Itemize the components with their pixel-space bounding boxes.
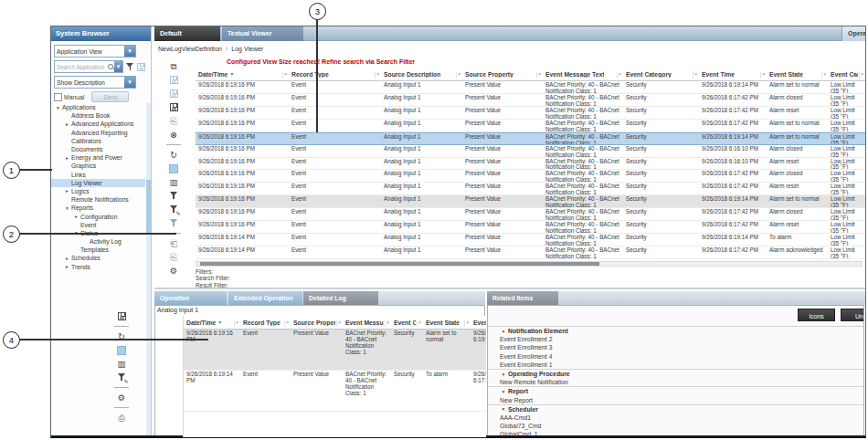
chevron-right-icon[interactable]: ▸ bbox=[63, 155, 71, 161]
chevron-down-icon[interactable]: ▾ bbox=[499, 406, 508, 412]
column-filter-icon[interactable]: ▾ bbox=[418, 320, 421, 325]
related-item-aaa-cmd1[interactable]: AAA-Cmd1 bbox=[488, 414, 863, 422]
log-row[interactable]: 9/26/2018 6:19:16 PMEventAnalog Input 1P… bbox=[196, 94, 865, 107]
tree-item-logics[interactable]: ▸Logics bbox=[51, 187, 145, 195]
log-row[interactable]: 9/26/2018 6:19:16 PMEventAnalog Input 1P… bbox=[196, 158, 865, 171]
related-group-notification-element[interactable]: ▾Notification Element bbox=[488, 326, 863, 335]
column-filter-icon[interactable]: ▾ bbox=[458, 71, 460, 77]
related-group-report[interactable]: ▾Report bbox=[488, 386, 863, 395]
save-search-icon[interactable] bbox=[137, 63, 145, 71]
column-filter-icon[interactable]: ▾ bbox=[762, 71, 765, 77]
chevron-right-icon[interactable]: ▸ bbox=[72, 214, 80, 219]
manual-checkbox[interactable] bbox=[54, 93, 62, 101]
related-item-event-enrollment-4[interactable]: Event Enrollment 4 bbox=[488, 352, 863, 361]
search-input[interactable] bbox=[55, 64, 107, 70]
send-button[interactable]: Send bbox=[91, 91, 129, 102]
log-row[interactable]: 9/26/2018 6:19:16 PMEventAnalog Input 1P… bbox=[196, 107, 865, 120]
column-header-event-cause[interactable]: Event Cause|▾ bbox=[828, 68, 865, 80]
log-row[interactable]: 9/26/2018 6:19:16 PMEventAnalog Input 1P… bbox=[196, 145, 865, 158]
chevron-down-icon[interactable]: ▾ bbox=[63, 205, 71, 211]
column-filter-icon[interactable]: ▾ bbox=[861, 71, 863, 77]
tab-detailed-log[interactable]: Detailed Log bbox=[303, 291, 378, 305]
tree-item-documents[interactable]: Documents bbox=[51, 145, 145, 153]
column-filter-icon[interactable]: ▾ bbox=[284, 71, 287, 77]
column-filter-icon[interactable]: ▾ bbox=[286, 320, 289, 325]
column-header-event-state[interactable]: Event State|▾ bbox=[423, 316, 471, 329]
related-item-event-enrollment-1[interactable]: Event Enrollment 1 bbox=[488, 361, 863, 369]
column-filter-icon[interactable]: ▾ bbox=[466, 320, 469, 325]
related-item-globalcmd-1[interactable]: GlobalCmd_1 bbox=[488, 430, 863, 435]
filter-icon[interactable] bbox=[168, 191, 180, 201]
related-item-event-enrollment-3[interactable]: Event Enrollment 3 bbox=[488, 343, 863, 351]
column-filter-icon[interactable]: ▾ bbox=[236, 320, 238, 325]
description-selector[interactable]: Show Description ▾ bbox=[54, 76, 136, 89]
tree-item-schedules[interactable]: ▸Schedules bbox=[51, 254, 145, 262]
background-color-icon[interactable] bbox=[116, 345, 128, 355]
column-header-event-category[interactable]: Event Category|▾ bbox=[623, 68, 699, 80]
column-filter-icon[interactable]: ▾ bbox=[619, 71, 621, 77]
tree-item-advanced-applications[interactable]: ▸Advanced Applications bbox=[51, 120, 145, 128]
chevron-right-icon[interactable]: ▸ bbox=[63, 264, 71, 269]
view-selector[interactable]: Application View ▾ bbox=[54, 45, 136, 58]
breadcrumb-current[interactable]: Log Viewer bbox=[231, 46, 263, 52]
horizontal-scrollbar[interactable] bbox=[196, 261, 863, 267]
log-row[interactable]: 9/26/2018 6:19:14 PMEventAnalog Input 1P… bbox=[196, 234, 865, 246]
column-header-date-time[interactable]: Date/Time▾|▾ bbox=[184, 316, 240, 329]
column-header-event-time[interactable]: Event Time|▾ bbox=[699, 68, 767, 80]
tree-scrollbar[interactable] bbox=[146, 103, 151, 435]
column-header-source-propert[interactable]: Source Propert|▾ bbox=[291, 316, 343, 329]
refresh-icon[interactable]: ↻ bbox=[168, 150, 180, 160]
chevron-down-icon[interactable]: ▾ bbox=[499, 329, 508, 334]
log-row[interactable]: 9/26/2018 6:19:16 PMEventAnalog Input 1P… bbox=[196, 132, 865, 145]
tree-filter-icon[interactable] bbox=[125, 62, 135, 72]
edit-filter-icon[interactable] bbox=[116, 372, 128, 382]
save-icon[interactable] bbox=[116, 311, 128, 321]
chevron-right-icon[interactable]: ▸ bbox=[63, 121, 71, 127]
related-item-new-remote-notification[interactable]: New Remote Notification bbox=[488, 378, 863, 386]
tree-item-event[interactable]: Event bbox=[51, 221, 145, 229]
reset-filter-icon[interactable] bbox=[168, 218, 180, 228]
chevron-down-icon[interactable]: ▾ bbox=[54, 105, 62, 110]
column-filter-icon[interactable]: ▾ bbox=[338, 320, 341, 325]
scrollbar-thumb[interactable] bbox=[200, 262, 599, 266]
log-row[interactable]: 9/26/2018 6:19:16 PMEventAnalog Input 1P… bbox=[196, 120, 865, 132]
column-header-record-type[interactable]: Record Type|▾ bbox=[240, 316, 291, 329]
save-as-icon[interactable] bbox=[168, 89, 180, 99]
tree-item-reports[interactable]: ▾Reports bbox=[51, 204, 145, 212]
column-filter-icon[interactable]: ▾ bbox=[694, 71, 697, 77]
column-header-source-property[interactable]: Source Property|▾ bbox=[462, 68, 543, 80]
tree-item-graphics[interactable]: Graphics bbox=[51, 162, 145, 170]
save-all-icon[interactable] bbox=[168, 102, 180, 112]
log-row[interactable]: 9/26/2018 6:19:16 PMEventAnalog Input 1P… bbox=[196, 221, 865, 234]
column-header-source-description[interactable]: Source Description|▾ bbox=[381, 68, 462, 80]
tree-item-remote-notifications[interactable]: Remote Notifications bbox=[51, 195, 145, 204]
log-row[interactable]: 9/26/2018 6:19:16 PMEventAnalog Input 1P… bbox=[196, 183, 865, 195]
column-header-event-messu[interactable]: Event Messu|▾ bbox=[343, 316, 391, 329]
log-row[interactable]: 9/26/2018 6:19:16 PMEventAnalog Input 1P… bbox=[196, 81, 865, 94]
column-filter-icon[interactable]: ▾ bbox=[386, 320, 389, 325]
tab-textual-viewer[interactable]: Textual Viewer bbox=[222, 26, 303, 41]
column-filter-icon[interactable]: ▾ bbox=[823, 71, 826, 77]
tree-item-address-book[interactable]: Address Book bbox=[51, 111, 145, 120]
chevron-down-icon[interactable]: ▾ bbox=[499, 372, 508, 377]
settings-gear-icon[interactable]: ⚙ bbox=[168, 266, 180, 276]
edit-filter-icon[interactable] bbox=[168, 204, 180, 215]
search-box[interactable]: ▾ bbox=[54, 60, 123, 73]
breadcrumb-root[interactable]: NewLogViewDefinition bbox=[158, 46, 222, 52]
chevron-down-icon[interactable]: ▾ bbox=[499, 389, 508, 394]
log-row[interactable]: 9/26/2018 6:19:14 PMEventPresent ValueBA… bbox=[184, 371, 486, 412]
chevron-down-icon[interactable]: ▾ bbox=[124, 46, 135, 57]
column-header-event-message-text[interactable]: Event Message Text|▾ bbox=[543, 68, 623, 80]
open-in-new-icon[interactable]: ⧉ bbox=[168, 61, 180, 71]
ungroup-button[interactable]: Ungroup bbox=[841, 309, 864, 321]
tree-item-activity-log[interactable]: Activity Log bbox=[51, 237, 145, 246]
icons-button[interactable]: Icons bbox=[798, 309, 835, 321]
column-header-record-type[interactable]: Record Type|▾ bbox=[289, 68, 381, 80]
log-row[interactable]: 9/26/2018 6:19:16 PMEventPresent ValueBA… bbox=[184, 330, 486, 371]
chevron-down-icon[interactable]: ▾ bbox=[124, 77, 135, 88]
save-icon[interactable] bbox=[168, 75, 180, 85]
related-group-scheduler[interactable]: ▾Scheduler bbox=[488, 404, 863, 414]
related-item-global73-cmd[interactable]: Global73_Cmd bbox=[488, 422, 863, 430]
tab-operation-detail[interactable]: Operation bbox=[154, 291, 227, 305]
columns-icon[interactable]: ▥ bbox=[168, 177, 180, 187]
